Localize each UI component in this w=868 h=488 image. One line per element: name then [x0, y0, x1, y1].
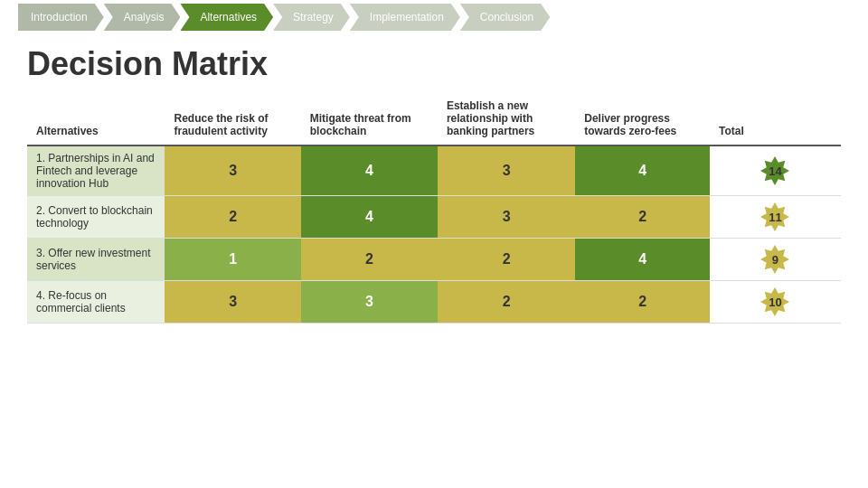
table-container: Alternatives Reduce the risk of fraudule… [0, 92, 868, 324]
table-row: 2. Convert to blockchain technology24321… [27, 196, 841, 239]
nav-item-alternatives[interactable]: Alternatives [180, 4, 273, 31]
col-header-risk: Reduce the risk of fraudulent activity [165, 92, 300, 145]
cell-value: 4 [575, 145, 710, 196]
cell-value: 3 [438, 145, 575, 196]
col-header-total: Total [710, 92, 841, 145]
nav-item-implementation[interactable]: Implementation [350, 4, 460, 31]
table-row: 3. Offer new investment services12249 [27, 239, 841, 281]
row-label: 4. Re-focus on commercial clients [27, 281, 165, 324]
col-header-relationship: Establish a new relationship with bankin… [438, 92, 575, 145]
col-header-threat: Mitigate threat from blockchain [301, 92, 438, 145]
nav-item-introduction[interactable]: Introduction [18, 4, 104, 31]
cell-value: 3 [165, 281, 300, 324]
nav-item-conclusion[interactable]: Conclusion [460, 4, 550, 31]
cell-value: 2 [575, 281, 710, 324]
table-row: 1. Partnerships in AI and Fintech and le… [27, 145, 841, 196]
nav-item-analysis[interactable]: Analysis [104, 4, 181, 31]
cell-value: 3 [165, 145, 300, 196]
cell-value: 4 [301, 196, 438, 239]
cell-value: 2 [301, 239, 438, 281]
table-row: 4. Re-focus on commercial clients332210 [27, 281, 841, 324]
total-cell: 14 [710, 145, 841, 196]
cell-value: 2 [575, 196, 710, 239]
col-header-progress: Deliver progress towards zero-fees [575, 92, 710, 145]
total-cell: 11 [710, 196, 841, 239]
row-label: 1. Partnerships in AI and Fintech and le… [27, 145, 165, 196]
row-label: 3. Offer new investment services [27, 239, 165, 281]
cell-value: 1 [165, 239, 300, 281]
cell-value: 2 [165, 196, 300, 239]
page-title: Decision Matrix [0, 34, 868, 92]
col-header-alternatives: Alternatives [27, 92, 165, 145]
nav-item-strategy[interactable]: Strategy [273, 4, 350, 31]
table-header-row: Alternatives Reduce the risk of fraudule… [27, 92, 841, 145]
cell-value: 3 [438, 196, 575, 239]
cell-value: 4 [301, 145, 438, 196]
cell-value: 3 [301, 281, 438, 324]
cell-value: 4 [575, 239, 710, 281]
row-label: 2. Convert to blockchain technology [27, 196, 165, 239]
cell-value: 2 [438, 239, 575, 281]
total-cell: 9 [710, 239, 841, 281]
total-cell: 10 [710, 281, 841, 324]
decision-matrix-table: Alternatives Reduce the risk of fraudule… [27, 92, 841, 324]
cell-value: 2 [438, 281, 575, 324]
nav-bar: IntroductionAnalysisAlternativesStrategy… [0, 0, 868, 34]
